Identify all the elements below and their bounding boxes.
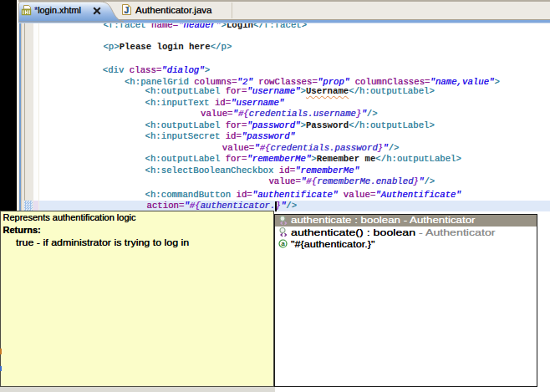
svg-text:J: J [125, 6, 130, 15]
